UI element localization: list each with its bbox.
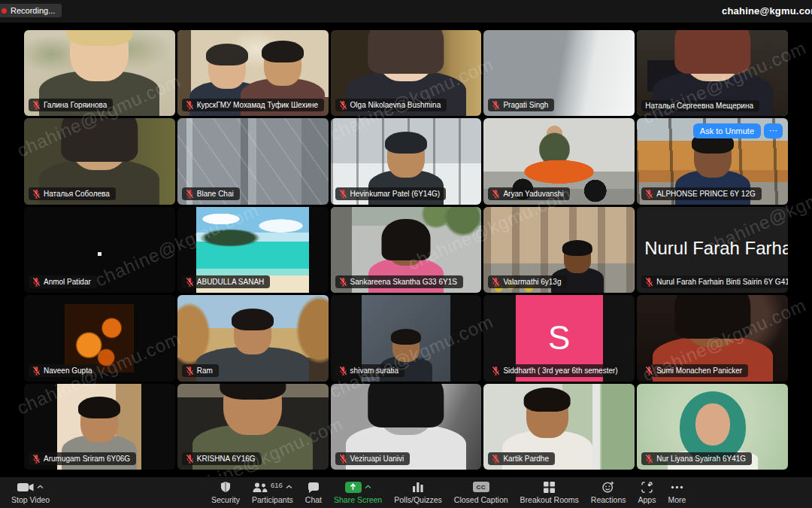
video-tile[interactable]: ABUDULLA SANAH [177,207,329,293]
muted-mic-icon [32,277,41,287]
video-gallery: Галина Горяинова КурскГМУ Мохамад Туфик … [24,30,788,470]
participant-name-label: Blane Chai [182,187,240,200]
muted-mic-icon [339,277,347,287]
chat-bubble-icon [308,482,320,493]
muted-mic-icon [645,189,653,199]
video-tile[interactable]: KRISHNA 6Y16G [177,384,329,470]
participant-name-label: shivam suratia [335,364,404,377]
participant-name-label: Ram [182,364,219,377]
chevron-up-icon[interactable] [37,485,44,489]
participant-name: КурскГМУ Мохамад Туфик Шехине [197,101,318,109]
participant-name-label: ALPHONSE PRINCE 6Y 12G [641,187,762,200]
participant-name-label: Veziruapi Uanivi [335,452,411,465]
video-tile[interactable]: Галина Горяинова [24,30,175,116]
chevron-up-icon[interactable] [286,485,292,489]
participant-name: Sankareena Skantha G33 6Y1S [350,278,457,286]
avatar-initial: S [548,319,570,357]
share-screen-button[interactable]: Share Screen [329,477,387,508]
video-tile[interactable]: Наталья Соболева [24,118,175,204]
muted-mic-icon [645,366,653,376]
participant-name: Наталья Соболева [44,190,110,198]
recording-indicator: Recording... [0,4,62,17]
participant-name: Наталья Сергеевна Мещерина [645,102,753,110]
security-button[interactable]: Security [206,477,245,508]
stop-video-button[interactable]: Stop Video [6,477,55,508]
video-tile[interactable]: Nurul Farah Farhai... Nurul Farah Farhai… [637,207,788,293]
participant-name: Nurul Farah Farhain Binti Sairin 6Y G41 [656,278,788,286]
video-tile[interactable]: Sankareena Skantha G33 6Y1S [331,207,482,293]
participant-name-label: Наталья Соболева [29,187,116,200]
video-tile[interactable]: Hevinkumar Patel (6Y14G) [331,118,482,204]
video-tile[interactable]: shivam suratia [331,295,482,381]
video-tile[interactable]: Nur Liyana Syairah 6Y41G [637,384,788,470]
participant-name: Pragati Singh [503,101,548,109]
video-tile[interactable]: S Siddharth ( 3rd year 6th semester) [483,295,635,381]
video-tile[interactable]: Olga Nikolaevna Bushmina [331,30,482,116]
chat-button[interactable]: Chat [300,477,327,508]
breakout-rooms-icon [544,482,555,493]
video-tile[interactable]: Naveen Gupta [24,295,175,381]
participants-button[interactable]: 616 Participants [247,477,298,508]
muted-mic-icon [339,189,347,199]
toolbar-center-group: Security 616 Participants Chat Sha [206,477,691,508]
video-tile-active-speaker[interactable]: Наталья Сергеевна Мещерина [637,30,788,116]
video-tile[interactable]: Pragati Singh [483,30,635,116]
muted-mic-icon [32,100,41,110]
breakout-rooms-button[interactable]: Breakout Rooms [515,477,584,508]
apps-button[interactable]: Apps [633,477,662,508]
muted-mic-icon [32,454,41,464]
apps-icon [641,482,653,493]
participant-name: Arumugam Sriram 6Y06G [44,455,130,463]
tile-more-options-button[interactable]: ⋯ [764,123,783,138]
muted-mic-icon [186,277,194,287]
participant-name-label: Anmol Patidar [29,275,97,288]
video-tile[interactable]: Blane Chai [177,118,329,204]
participant-name-label: Olga Nikolaevna Bushmina [335,99,447,111]
participant-name: Olga Nikolaevna Bushmina [350,101,441,109]
muted-mic-icon [492,189,500,199]
reactions-button[interactable]: Reactions [586,477,632,508]
participant-name: ALPHONSE PRINCE 6Y 12G [656,190,756,198]
video-tile[interactable]: Kartik Pardhe [483,384,635,470]
video-camera-icon [17,482,34,492]
video-tile[interactable]: Anmol Patidar [24,207,175,293]
reactions-smiley-icon [602,481,614,493]
participant-name: shivam suratia [350,367,398,375]
participant-name: ABUDULLA SANAH [197,278,264,286]
participant-name-label: Arumugam Sriram 6Y06G [29,452,136,465]
closed-caption-button[interactable]: CC Closed Caption [449,477,514,508]
participant-name: Siddharth ( 3rd year 6th semester) [503,367,617,375]
stop-video-label: Stop Video [11,495,50,504]
participant-name: Nur Liyana Syairah 6Y41G [656,455,746,463]
chevron-up-icon[interactable] [365,485,371,489]
video-tile[interactable]: Sumi Monachen Panicker [637,295,788,381]
muted-mic-icon [492,366,500,376]
video-tile[interactable]: Veziruapi Uanivi [331,384,482,470]
video-tile[interactable]: Aryan Yaduvanshi [483,118,635,204]
muted-mic-icon [186,366,194,376]
apps-label: Apps [638,495,656,504]
more-button[interactable]: More [662,477,691,508]
muted-mic-icon [492,277,500,287]
security-label: Security [211,495,240,504]
top-bar: Recording... chahine@kgmu.com [0,0,812,23]
video-tile[interactable]: КурскГМУ Мохамад Туфик Шехине [177,30,329,116]
video-tile[interactable]: Ram [177,295,329,381]
video-tile[interactable]: Valarmathi 6y13g [483,207,635,293]
ask-to-unmute-button[interactable]: Ask to Unmute [693,123,761,138]
avatar-face [695,403,730,446]
participant-name-label: Siddharth ( 3rd year 6th semester) [488,364,623,377]
participants-count: 616 [271,481,283,489]
participant-name-label: Pragati Singh [488,99,554,111]
polls-quizzes-button[interactable]: Polls/Quizzes [389,477,447,508]
muted-mic-icon [645,277,653,287]
participant-name-label: Наталья Сергеевна Мещерина [641,100,759,111]
share-screen-label: Share Screen [334,495,382,504]
participant-name: Ram [197,367,213,375]
video-tile[interactable]: Arumugam Sriram 6Y06G [24,384,175,470]
account-email: chahine@kgmu.com [722,5,812,17]
participant-name-label: Valarmathi 6y13g [488,275,567,288]
muted-mic-icon [186,189,194,199]
video-tile[interactable]: Ask to Unmute ⋯ ALPHONSE PRINCE 6Y 12G [637,118,788,204]
participants-icon [253,482,268,492]
